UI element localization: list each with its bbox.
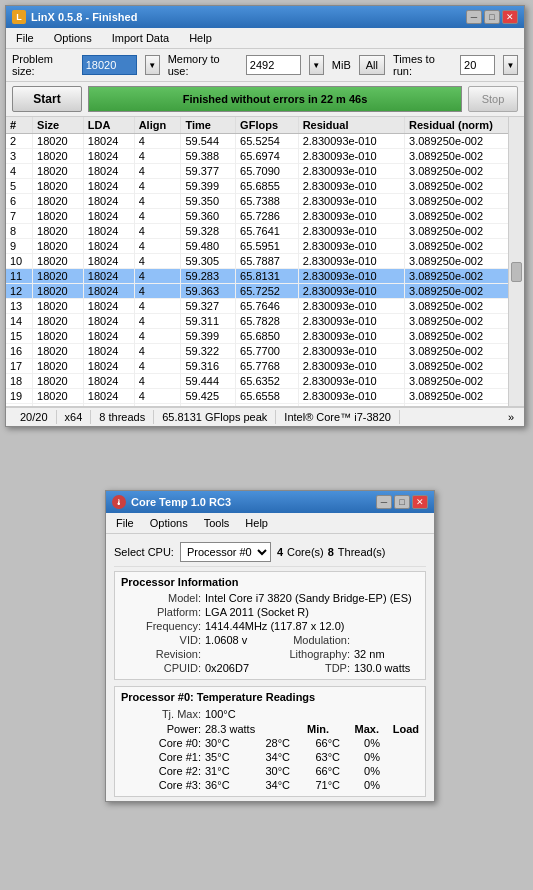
status-runs: 20/20 [12, 410, 57, 424]
linx-menu-bar: File Options Import Data Help [6, 28, 524, 49]
scrollbar-thumb[interactable] [511, 262, 522, 282]
maximize-button[interactable]: □ [484, 10, 500, 24]
problem-size-dropdown[interactable]: ▼ [145, 55, 160, 75]
table-cell: 18024 [83, 194, 134, 209]
ct-window-controls: ─ □ ✕ [376, 495, 428, 509]
times-input[interactable] [460, 55, 495, 75]
ct-menu-file[interactable]: File [110, 515, 140, 531]
vertical-scrollbar[interactable] [508, 117, 524, 406]
memory-input[interactable] [246, 55, 301, 75]
table-cell: 2.830093e-010 [298, 314, 404, 329]
table-cell: 4 [134, 194, 181, 209]
table-cell: 65.7594 [236, 404, 299, 408]
ct-menu-options[interactable]: Options [144, 515, 194, 531]
table-cell: 3.089250e-002 [405, 344, 524, 359]
linx-window: L LinX 0.5.8 - Finished ─ □ ✕ File Optio… [5, 5, 525, 427]
core-min: 30°C [240, 765, 290, 777]
table-cell: 59.327 [181, 299, 236, 314]
table-cell: 59.425 [181, 389, 236, 404]
table-cell: 18024 [83, 224, 134, 239]
status-arch: x64 [57, 410, 92, 424]
table-cell: 5 [6, 179, 33, 194]
table-cell: 7 [6, 209, 33, 224]
table-cell: 3.089250e-002 [405, 314, 524, 329]
table-cell: 65.6974 [236, 149, 299, 164]
table-cell: 59.305 [181, 254, 236, 269]
table-cell: 65.6352 [236, 374, 299, 389]
table-cell: 9 [6, 239, 33, 254]
ct-model-value: Intel Core i7 3820 (Sandy Bridge-EP) (ES… [205, 592, 419, 604]
table-cell: 3.089250e-002 [405, 239, 524, 254]
menu-help[interactable]: Help [183, 30, 218, 46]
minimize-button[interactable]: ─ [466, 10, 482, 24]
table-cell: 3.089250e-002 [405, 269, 524, 284]
ct-temp-section: Processor #0: Temperature Readings Tj. M… [114, 686, 426, 797]
table-cell: 18024 [83, 179, 134, 194]
ct-maximize-button[interactable]: □ [394, 495, 410, 509]
core-load: 0% [340, 779, 380, 791]
table-row: 161802018024459.32265.77002.830093e-0103… [6, 344, 524, 359]
col-header-residual-norm: Residual (norm) [405, 117, 524, 134]
table-row: 81802018024459.32865.76412.830093e-0103.… [6, 224, 524, 239]
ct-cpu-row: Select CPU: Processor #0 4 Core(s) 8 Thr… [114, 538, 426, 567]
table-cell: 18 [6, 374, 33, 389]
all-button[interactable]: All [359, 55, 385, 75]
ct-col-load: Load [379, 723, 419, 735]
table-cell: 3.089250e-002 [405, 284, 524, 299]
linx-action-bar: Start Finished without errors in 22 m 46… [6, 82, 524, 117]
ct-power-value: 28.3 watts [205, 723, 279, 735]
times-dropdown[interactable]: ▼ [503, 55, 518, 75]
core-temp: 30°C [205, 737, 240, 749]
problem-size-input[interactable] [82, 55, 137, 75]
col-header-size: Size [33, 117, 84, 134]
ct-close-button[interactable]: ✕ [412, 495, 428, 509]
table-cell: 12 [6, 284, 33, 299]
menu-options[interactable]: Options [48, 30, 98, 46]
table-cell: 4 [134, 329, 181, 344]
ct-platform-value: LGA 2011 (Socket R) [205, 606, 419, 618]
menu-file[interactable]: File [10, 30, 40, 46]
table-cell: 2.830093e-010 [298, 134, 404, 149]
table-cell: 4 [134, 344, 181, 359]
table-cell: 3.089250e-002 [405, 389, 524, 404]
table-cell: 18020 [33, 269, 84, 284]
col-header-num: # [6, 117, 33, 134]
table-cell: 18024 [83, 359, 134, 374]
start-button[interactable]: Start [12, 86, 82, 112]
core-count-label: Core(s) [287, 546, 324, 558]
ct-menu-help[interactable]: Help [239, 515, 274, 531]
ct-menu-tools[interactable]: Tools [198, 515, 236, 531]
col-header-lda: LDA [83, 117, 134, 134]
core-min: 34°C [240, 751, 290, 763]
table-cell: 3.089250e-002 [405, 149, 524, 164]
ct-lithography-value: 32 nm [354, 648, 419, 660]
table-cell: 3.089250e-002 [405, 194, 524, 209]
table-cell: 3 [6, 149, 33, 164]
memory-dropdown[interactable]: ▼ [309, 55, 324, 75]
table-cell: 4 [134, 224, 181, 239]
ct-cpuid-tdp-row: CPUID: 0x206D7 TDP: 130.0 watts [121, 661, 419, 675]
ct-core-count: 4 Core(s) 8 Thread(s) [277, 546, 386, 558]
table-cell: 3.089250e-002 [405, 404, 524, 408]
ct-vid-label: VID: [121, 634, 201, 646]
ct-temp-title: Processor #0: Temperature Readings [121, 691, 419, 703]
table-cell: 65.7641 [236, 224, 299, 239]
table-cell: 2.830093e-010 [298, 359, 404, 374]
close-button[interactable]: ✕ [502, 10, 518, 24]
status-threads: 8 threads [91, 410, 154, 424]
ct-col-min: Min. [279, 723, 329, 735]
table-cell: 18024 [83, 164, 134, 179]
stop-button[interactable]: Stop [468, 86, 518, 112]
table-cell: 4 [134, 209, 181, 224]
table-cell: 17 [6, 359, 33, 374]
ct-lithography-label: Lithography: [270, 648, 350, 660]
ct-cpu-select[interactable]: Processor #0 [180, 542, 271, 562]
table-cell: 3.089250e-002 [405, 254, 524, 269]
core-name: Core #1: [121, 751, 201, 763]
table-cell: 18020 [33, 239, 84, 254]
menu-import-data[interactable]: Import Data [106, 30, 175, 46]
table-cell: 18020 [33, 359, 84, 374]
ct-minimize-button[interactable]: ─ [376, 495, 392, 509]
table-cell: 65.7388 [236, 194, 299, 209]
table-cell: 2.830093e-010 [298, 269, 404, 284]
